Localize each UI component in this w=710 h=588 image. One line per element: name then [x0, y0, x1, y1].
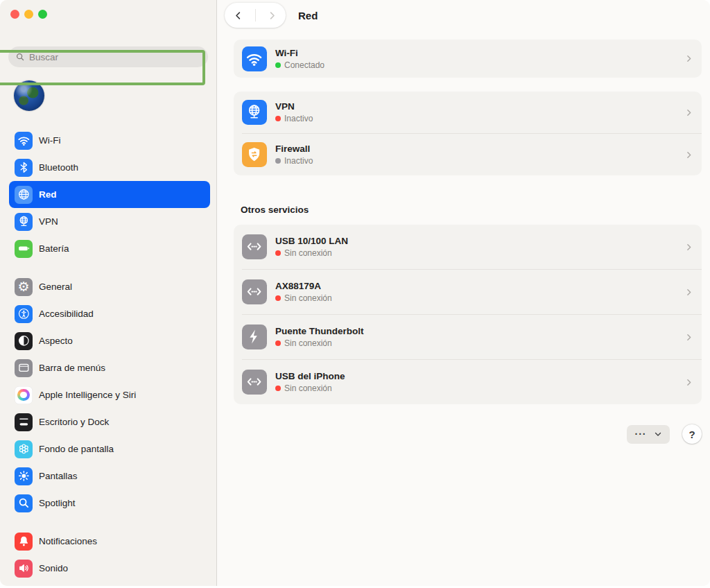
- vpn-globe-icon: [242, 100, 267, 125]
- status-dot: [275, 62, 281, 68]
- chevron-right-icon: [267, 10, 277, 21]
- sidebar-item-pantallas[interactable]: Pantallas: [9, 462, 210, 490]
- sidebar-item-label: Spotlight: [39, 498, 76, 508]
- minimize-button[interactable]: [24, 10, 33, 19]
- status-text: Sin conexión: [284, 338, 332, 348]
- row-text: VPNInactivo: [275, 101, 676, 123]
- row-status: Sin conexión: [275, 248, 676, 258]
- status-dot: [275, 386, 281, 391]
- sidebar-item-aspecto[interactable]: Aspecto: [9, 327, 210, 354]
- sidebar-item-apple-intelligence-y-siri[interactable]: Apple Intelligence y Siri: [9, 381, 210, 408]
- sidebar-item-label: Batería: [39, 243, 69, 254]
- sidebar-item-wi-fi[interactable]: Wi-Fi: [9, 127, 210, 154]
- search-icon: [15, 52, 25, 62]
- status-dot: [275, 158, 281, 164]
- wallpaper-icon: [15, 440, 33, 458]
- sidebar-item-bateria[interactable]: Batería: [9, 235, 210, 262]
- status-dot: [275, 340, 281, 346]
- sidebar-group: ⚙GeneralAccesibilidadAspectoBarra de men…: [9, 273, 210, 517]
- sidebar-item-fondo-de-pantalla[interactable]: Fondo de pantalla: [9, 435, 210, 462]
- sidebar-item-label: Bluetooth: [39, 162, 78, 173]
- chevron-right-icon: [684, 333, 693, 342]
- sidebar-item-label: Pantallas: [39, 471, 78, 481]
- sidebar-group: NotificacionesSonido: [9, 528, 210, 582]
- sidebar-item-escritorio-y-dock[interactable]: Escritorio y Dock: [9, 408, 210, 435]
- sidebar-item-label: Wi-Fi: [39, 135, 60, 146]
- battery-icon: [15, 240, 33, 258]
- status-dot: [275, 116, 281, 121]
- spotlight-icon: [15, 494, 33, 512]
- row-vpn[interactable]: VPNInactivo: [234, 92, 702, 133]
- row-wi-fi[interactable]: Wi-FiConectado: [234, 40, 702, 78]
- status-text: Inactivo: [284, 156, 313, 166]
- row-title: USB del iPhone: [275, 371, 676, 381]
- close-button[interactable]: [10, 10, 19, 19]
- sidebar-item-general[interactable]: ⚙General: [9, 273, 210, 300]
- row-firewall[interactable]: FirewallInactivo: [234, 134, 702, 175]
- row-status: Sin conexión: [275, 293, 676, 303]
- row-text: AX88179ASin conexión: [275, 281, 676, 303]
- chevron-right-icon: [684, 150, 693, 159]
- row-usb-10-100-lan[interactable]: USB 10/100 LANSin conexión: [234, 225, 702, 269]
- row-text: FirewallInactivo: [275, 144, 676, 166]
- help-button[interactable]: ?: [682, 424, 702, 444]
- chevron-right-icon: [684, 378, 693, 387]
- sidebar-item-spotlight[interactable]: Spotlight: [9, 490, 210, 517]
- displays-icon: [15, 467, 33, 485]
- window-controls: [10, 10, 47, 19]
- chevron-down-icon: [654, 430, 662, 438]
- sidebar-item-vpn[interactable]: VPN: [9, 208, 210, 235]
- sidebar-item-accesibilidad[interactable]: Accesibilidad: [9, 300, 210, 327]
- ethernet-icon: [242, 370, 267, 395]
- row-status: Inactivo: [275, 156, 676, 166]
- ethernet-icon: [242, 234, 267, 259]
- main-panel: Red Wi-FiConectado VPNInactivoFirewallIn…: [218, 0, 710, 586]
- section-heading: Otros servicios: [241, 205, 702, 215]
- page-title: Red: [298, 10, 318, 21]
- content: Wi-FiConectado VPNInactivoFirewallInacti…: [218, 40, 710, 444]
- wifi-icon: [15, 132, 33, 150]
- row-title: Wi-Fi: [275, 48, 676, 58]
- row-title: Puente Thunderbolt: [275, 326, 676, 336]
- row-text: USB 10/100 LANSin conexión: [275, 236, 676, 258]
- navigation-pill: [225, 3, 286, 28]
- appearance-icon: [15, 332, 33, 350]
- sidebar-item-label: General: [39, 282, 72, 292]
- row-title: USB 10/100 LAN: [275, 236, 676, 246]
- system-settings-window: Buscar Wi-FiBluetoothRedVPNBatería⚙Gener…: [0, 0, 710, 586]
- wifi-icon: [242, 46, 267, 71]
- row-title: Firewall: [275, 144, 676, 154]
- back-button[interactable]: [228, 5, 249, 26]
- ellipsis-icon: ···: [635, 429, 647, 439]
- search-placeholder: Buscar: [29, 52, 58, 62]
- status-dot: [275, 250, 281, 256]
- status-text: Sin conexión: [284, 383, 332, 393]
- row-status: Sin conexión: [275, 338, 676, 348]
- forward-button[interactable]: [262, 5, 283, 26]
- sidebar-item-label: Accesibilidad: [39, 309, 94, 319]
- row-usb-del-iphone[interactable]: USB del iPhoneSin conexión: [234, 360, 702, 404]
- row-title: VPN: [275, 101, 676, 112]
- sidebar-item-red[interactable]: Red: [9, 181, 210, 208]
- gear-icon: ⚙: [15, 278, 33, 296]
- sidebar-item-sonido[interactable]: Sonido: [9, 555, 210, 582]
- sidebar-item-bluetooth[interactable]: Bluetooth: [9, 154, 210, 181]
- status-text: Inactivo: [284, 114, 313, 123]
- sidebar-item-label: Sonido: [39, 563, 68, 573]
- vpn-globe-icon: [15, 213, 33, 231]
- row-puente-thunderbolt[interactable]: Puente ThunderboltSin conexión: [234, 315, 702, 359]
- search-input[interactable]: Buscar: [8, 46, 208, 67]
- row-ax88179a[interactable]: AX88179ASin conexión: [234, 270, 702, 314]
- sidebar-item-barra-de-menus[interactable]: Barra de menús: [9, 354, 210, 381]
- sidebar-nav: Wi-FiBluetoothRedVPNBatería⚙GeneralAcces…: [9, 127, 210, 582]
- more-options-button[interactable]: ···: [627, 425, 670, 444]
- status-text: Sin conexión: [284, 293, 332, 303]
- chevron-right-icon: [684, 243, 693, 252]
- sidebar-group: Wi-FiBluetoothRedVPNBatería: [9, 127, 210, 262]
- zoom-button[interactable]: [38, 10, 47, 19]
- footer-controls: ··· ?: [234, 424, 702, 444]
- sidebar-item-label: Red: [39, 189, 57, 200]
- menubar-icon: [15, 359, 33, 377]
- sidebar-item-notificaciones[interactable]: Notificaciones: [9, 528, 210, 555]
- avatar[interactable]: [14, 80, 44, 111]
